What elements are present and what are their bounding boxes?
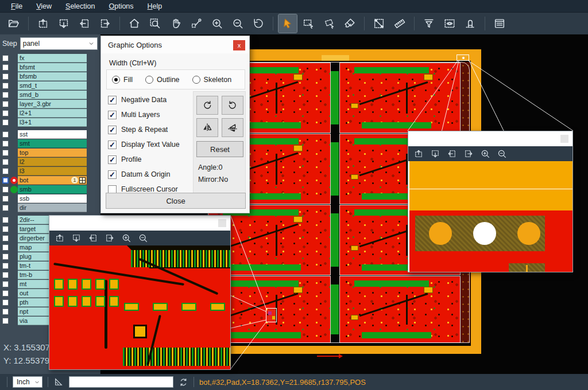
angle-tool-icon[interactable] <box>53 377 64 387</box>
menu-help[interactable]: Help <box>141 1 169 11</box>
refresh-icon[interactable] <box>179 377 188 387</box>
layer-name-cell[interactable]: bfsmt <box>18 63 87 72</box>
toolbar-pan-view-up-button[interactable] <box>34 14 52 33</box>
magnifier-pan-view-left-button[interactable] <box>87 232 99 244</box>
mirror-vertical-button[interactable] <box>222 118 243 137</box>
magnifier-pan-view-up-button[interactable] <box>413 148 424 159</box>
layer-name-cell[interactable]: layer_3.gbr <box>18 100 87 108</box>
layer-visibility-checkbox[interactable] <box>2 168 9 174</box>
magnifier-pan-view-down-button[interactable] <box>71 232 82 244</box>
toolbar-pan-view-left-button[interactable] <box>75 14 94 33</box>
menu-options[interactable]: Options <box>102 1 140 11</box>
layer-name-cell[interactable]: bot1 <box>18 176 87 185</box>
toolbar-edit-nodes-button[interactable] <box>187 14 206 33</box>
reset-button[interactable]: Reset <box>196 141 243 157</box>
layer-visibility-checkbox[interactable] <box>2 177 9 184</box>
magnifier2-window-button[interactable] <box>560 135 568 143</box>
layer-name-cell[interactable]: dir <box>18 204 87 212</box>
toolbar-zoom-out-button[interactable] <box>229 14 247 33</box>
option-display-text-value[interactable]: ✓Display Text Value <box>108 137 180 152</box>
toolbar-layers-panel-button[interactable] <box>490 14 509 33</box>
layer-visibility-checkbox[interactable] <box>2 244 9 251</box>
menu-file[interactable]: File <box>5 1 29 11</box>
layer-visibility-checkbox[interactable] <box>2 64 9 71</box>
layer-visibility-checkbox[interactable] <box>2 309 9 315</box>
command-input[interactable] <box>69 376 173 388</box>
toolbar-snap-magnet-button[interactable] <box>461 14 479 33</box>
toolbar-clean-brush-button[interactable] <box>341 14 359 33</box>
toolbar-pan-hand-button[interactable] <box>167 14 185 33</box>
option-multi-layers[interactable]: ✓Multi Layers <box>108 107 180 122</box>
layer-grid-icon[interactable] <box>79 177 86 184</box>
layer-visibility-checkbox[interactable] <box>2 235 9 241</box>
mirror-horizontal-button[interactable] <box>196 118 218 137</box>
layer-visibility-checkbox[interactable] <box>2 253 9 260</box>
magnifier2-titlebar[interactable] <box>408 131 572 146</box>
layer-visibility-checkbox[interactable] <box>2 290 9 297</box>
menu-view[interactable]: View <box>30 1 58 11</box>
toolbar-pan-view-down-button[interactable] <box>55 14 73 33</box>
magnifier1-window-button[interactable] <box>218 219 226 227</box>
layer-visibility-checkbox[interactable] <box>2 73 9 80</box>
unit-select[interactable]: Inch <box>13 376 42 388</box>
layer-visibility-checkbox[interactable] <box>2 110 9 116</box>
width-radio-fill[interactable]: Fill <box>112 76 133 84</box>
layer-name-cell[interactable]: bfsmb <box>18 72 87 81</box>
magnifier-pan-view-right-button[interactable] <box>463 148 474 159</box>
layer-visibility-checkbox[interactable] <box>2 226 9 232</box>
option-step-repeat[interactable]: ✓Step & Repeat <box>108 122 180 137</box>
magnifier1-titlebar[interactable] <box>49 216 230 231</box>
magnifier-pan-view-right-button[interactable] <box>104 232 115 244</box>
magnifier-pan-view-down-button[interactable] <box>430 148 441 159</box>
layer-visibility-checkbox[interactable] <box>2 141 9 147</box>
layer-name-cell[interactable]: smd_t <box>18 81 87 90</box>
layer-name-cell[interactable]: l2 <box>18 158 87 166</box>
toolbar-zoom-previous-button[interactable] <box>249 14 268 33</box>
layer-visibility-checkbox[interactable] <box>2 150 9 156</box>
width-radio-outline[interactable]: Outline <box>145 76 180 84</box>
dialog-close-button[interactable]: x <box>233 40 245 50</box>
width-radio-skeleton[interactable]: Skeleton <box>192 76 232 84</box>
magnifier-zoom-in-button[interactable] <box>121 232 132 244</box>
layer-visibility-checkbox[interactable] <box>2 217 9 223</box>
toolbar-zoom-in-button[interactable] <box>208 14 226 33</box>
layer-name-cell[interactable]: ssb <box>18 194 87 203</box>
layer-visibility-checkbox[interactable] <box>2 92 9 98</box>
magnifier-pan-view-up-button[interactable] <box>54 232 65 244</box>
layer-name-cell[interactable]: fx <box>18 54 87 63</box>
magnifier1-view[interactable] <box>49 245 230 369</box>
magnifier-zoom-out-button[interactable] <box>137 232 149 244</box>
magnifier-zoom-in-button[interactable] <box>479 148 491 159</box>
layer-visibility-checkbox[interactable] <box>2 83 9 89</box>
step-select[interactable]: panel <box>20 37 98 50</box>
layer-name-cell[interactable]: sst <box>18 130 87 139</box>
rotate-ccw-button[interactable] <box>222 96 243 115</box>
layer-visibility-checkbox[interactable] <box>2 196 9 202</box>
layer-visibility-checkbox[interactable] <box>2 119 9 126</box>
layer-name-cell[interactable]: l2+1 <box>18 109 87 118</box>
toolbar-home-view-button[interactable] <box>125 14 144 33</box>
layer-visibility-checkbox[interactable] <box>2 186 9 193</box>
dialog-close-action-button[interactable]: Close <box>106 193 246 209</box>
layer-visibility-checkbox[interactable] <box>2 263 9 269</box>
magnifier-pan-view-left-button[interactable] <box>446 148 458 159</box>
layer-visibility-checkbox[interactable] <box>2 272 9 278</box>
toolbar-pan-view-right-button[interactable] <box>96 14 114 33</box>
layer-visibility-checkbox[interactable] <box>2 101 9 107</box>
option-negative-data[interactable]: ✓Negative Data <box>108 92 180 107</box>
toolbar-select-rect-button[interactable] <box>299 14 318 33</box>
toolbar-view-area-button[interactable] <box>440 14 459 33</box>
layer-visibility-checkbox[interactable] <box>2 299 9 306</box>
rotate-cw-button[interactable] <box>196 96 218 115</box>
toolbar-filter-button[interactable] <box>420 14 438 33</box>
layer-visibility-checkbox[interactable] <box>2 55 9 61</box>
menu-selection[interactable]: Selection <box>59 1 101 11</box>
toolbar-select-group-button[interactable] <box>320 14 338 33</box>
layer-name-cell[interactable]: l3+1 <box>18 118 87 127</box>
layer-name-cell[interactable]: smt <box>18 139 87 148</box>
layer-name-cell[interactable]: smd_b <box>18 91 87 99</box>
layer-name-cell[interactable]: l3 <box>18 167 87 176</box>
layer-name-cell[interactable]: smb <box>18 185 87 194</box>
layer-visibility-checkbox[interactable] <box>2 205 9 211</box>
toolbar-ruler-button[interactable] <box>390 14 409 33</box>
